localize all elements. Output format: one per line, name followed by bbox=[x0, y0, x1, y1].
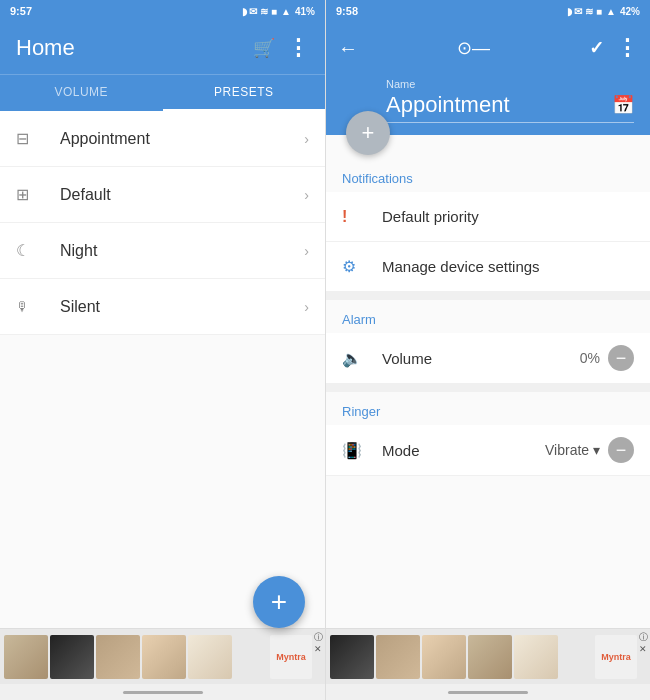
tab-presets[interactable]: PRESETS bbox=[163, 75, 326, 111]
night-label: Night bbox=[60, 242, 304, 260]
appointment-label: Appointment bbox=[60, 130, 304, 148]
home-bar-left bbox=[123, 691, 203, 694]
ad-close-left[interactable]: ✕ bbox=[314, 644, 323, 654]
alarm-volume-text: Volume bbox=[382, 350, 580, 367]
name-value[interactable]: Appointment bbox=[386, 92, 612, 118]
notifications-section: Notifications ! Default priority ⚙ Manag… bbox=[326, 159, 650, 292]
default-priority-text: Default priority bbox=[382, 208, 634, 225]
fab-add-right[interactable]: + bbox=[346, 111, 390, 155]
ringer-mode-row[interactable]: 📳 Mode Vibrate ▾ − bbox=[326, 425, 650, 476]
chevron-icon-silent: › bbox=[304, 299, 309, 315]
ringer-icon: 📳 bbox=[342, 441, 370, 460]
ringer-mode-minus[interactable]: − bbox=[608, 437, 634, 463]
header-right-actions: ✓ ⋮ bbox=[589, 35, 638, 61]
list-item-night[interactable]: ☾ Night › bbox=[0, 223, 325, 279]
fab-add-left[interactable]: + bbox=[253, 576, 305, 628]
home-indicator-right bbox=[326, 684, 650, 700]
list-item-default[interactable]: ⊞ Default › bbox=[0, 167, 325, 223]
ad-thumb-1[interactable] bbox=[4, 635, 48, 679]
name-area-wrapper: Name Appointment 📅 + bbox=[326, 74, 650, 135]
alarm-header: Alarm bbox=[326, 300, 650, 333]
manage-device-text: Manage device settings bbox=[382, 258, 634, 275]
cart-icon[interactable]: 🛒 bbox=[253, 37, 275, 59]
silent-label: Silent bbox=[60, 298, 304, 316]
ringer-mode-value[interactable]: Vibrate ▾ bbox=[545, 442, 600, 458]
ad-thumb-2[interactable] bbox=[50, 635, 94, 679]
alarm-section: Alarm 🔈 Volume 0% − bbox=[326, 300, 650, 384]
ad-sponsored-left[interactable]: ⓘ bbox=[314, 631, 323, 644]
home-bar-right bbox=[448, 691, 528, 694]
chevron-icon-night: › bbox=[304, 243, 309, 259]
ad-bar-left: Myntra ⓘ ✕ bbox=[0, 628, 325, 684]
volume-low-icon: 🔈 bbox=[342, 349, 370, 368]
ad-thumb-3[interactable] bbox=[96, 635, 140, 679]
alarm-volume-row[interactable]: 🔈 Volume 0% − bbox=[326, 333, 650, 384]
list-item-silent[interactable]: 🎙 Silent › bbox=[0, 279, 325, 335]
status-bar-left: 9:57 ◗ ✉ ≋ ■ ▲ 41% bbox=[0, 0, 325, 22]
gear-icon: ⚙ bbox=[342, 257, 370, 276]
ad-thumb-5[interactable] bbox=[188, 635, 232, 679]
tabs-bar-left: VOLUME PRESETS bbox=[0, 74, 325, 111]
alarm-volume-minus[interactable]: − bbox=[608, 345, 634, 371]
status-icons-left: ◗ ✉ ≋ ■ ▲ 41% bbox=[242, 6, 315, 17]
status-bar-right: 9:58 ◗ ✉ ≋ ■ ▲ 42% bbox=[326, 0, 650, 22]
default-label: Default bbox=[60, 186, 304, 204]
network-icons-left: ◗ ✉ ≋ ■ bbox=[242, 6, 277, 17]
notifications-header: Notifications bbox=[326, 159, 650, 192]
chevron-icon-default: › bbox=[304, 187, 309, 203]
list-item-appointment[interactable]: ⊟ Appointment › bbox=[0, 111, 325, 167]
ad-thumb-r1[interactable] bbox=[330, 635, 374, 679]
ringer-header: Ringer bbox=[326, 392, 650, 425]
status-icons-right: ◗ ✉ ≋ ■ ▲ 42% bbox=[567, 6, 640, 17]
notification-default-priority-row[interactable]: ! Default priority bbox=[326, 192, 650, 242]
presets-list: ⊟ Appointment › ⊞ Default › ☾ Night › 🎙 … bbox=[0, 111, 325, 628]
ad-thumb-r2[interactable] bbox=[376, 635, 420, 679]
ad-logo-right[interactable]: Myntra bbox=[595, 635, 637, 679]
calendar-icon[interactable]: 📅 bbox=[612, 94, 634, 116]
manage-device-settings-row[interactable]: ⚙ Manage device settings bbox=[326, 242, 650, 292]
header-right: ← ⊙— ✓ ⋮ bbox=[326, 22, 650, 74]
ad-thumbnails-right bbox=[326, 629, 595, 684]
right-panel: 9:58 ◗ ✉ ≋ ■ ▲ 42% ← ⊙— ✓ ⋮ Name Appoint… bbox=[325, 0, 650, 700]
more-dots-icon[interactable]: ⋮ bbox=[616, 35, 638, 61]
back-button[interactable]: ← bbox=[338, 37, 358, 60]
battery-right: 42% bbox=[620, 6, 640, 17]
ad-thumb-r3[interactable] bbox=[422, 635, 466, 679]
header-left: Home 🛒 ⋮ bbox=[0, 22, 325, 74]
key-icon[interactable]: ⊙— bbox=[457, 37, 490, 59]
more-icon[interactable]: ⋮ bbox=[287, 35, 309, 61]
ad-bar-right: Myntra ⓘ ✕ bbox=[326, 628, 650, 684]
silent-icon: 🎙 bbox=[16, 299, 44, 314]
appointment-icon: ⊟ bbox=[16, 129, 44, 148]
time-left: 9:57 bbox=[10, 5, 32, 17]
home-indicator-left bbox=[0, 684, 325, 700]
chevron-icon-appointment: › bbox=[304, 131, 309, 147]
header-center-icons: ⊙— bbox=[370, 37, 577, 59]
ad-thumb-r4[interactable] bbox=[468, 635, 512, 679]
night-icon: ☾ bbox=[16, 241, 44, 260]
name-input-row: Appointment 📅 bbox=[386, 92, 634, 123]
exclaim-icon: ! bbox=[342, 208, 370, 226]
ad-thumb-4[interactable] bbox=[142, 635, 186, 679]
tab-volume[interactable]: VOLUME bbox=[0, 75, 163, 111]
separator-1 bbox=[326, 292, 650, 300]
battery-left: 41% bbox=[295, 6, 315, 17]
detail-body: Notifications ! Default priority ⚙ Manag… bbox=[326, 135, 650, 628]
header-actions-left: 🛒 ⋮ bbox=[253, 35, 309, 61]
check-icon[interactable]: ✓ bbox=[589, 37, 604, 59]
app-title: Home bbox=[16, 35, 75, 61]
time-right: 9:58 bbox=[336, 5, 358, 17]
ringer-mode-text: Mode bbox=[382, 442, 545, 459]
ad-close-right[interactable]: ✕ bbox=[639, 644, 648, 654]
separator-2 bbox=[326, 384, 650, 392]
network-icons-right: ◗ ✉ ≋ ■ bbox=[567, 6, 602, 17]
ad-thumbnails-left bbox=[0, 629, 270, 684]
wifi-left: ▲ bbox=[281, 6, 291, 17]
default-icon: ⊞ bbox=[16, 185, 44, 204]
ad-logo-left[interactable]: Myntra bbox=[270, 635, 312, 679]
ad-thumb-r5[interactable] bbox=[514, 635, 558, 679]
wifi-right: ▲ bbox=[606, 6, 616, 17]
name-label: Name bbox=[386, 78, 634, 90]
ad-sponsored-right[interactable]: ⓘ bbox=[639, 631, 648, 644]
left-panel: 9:57 ◗ ✉ ≋ ■ ▲ 41% Home 🛒 ⋮ VOLUME PRESE… bbox=[0, 0, 325, 700]
